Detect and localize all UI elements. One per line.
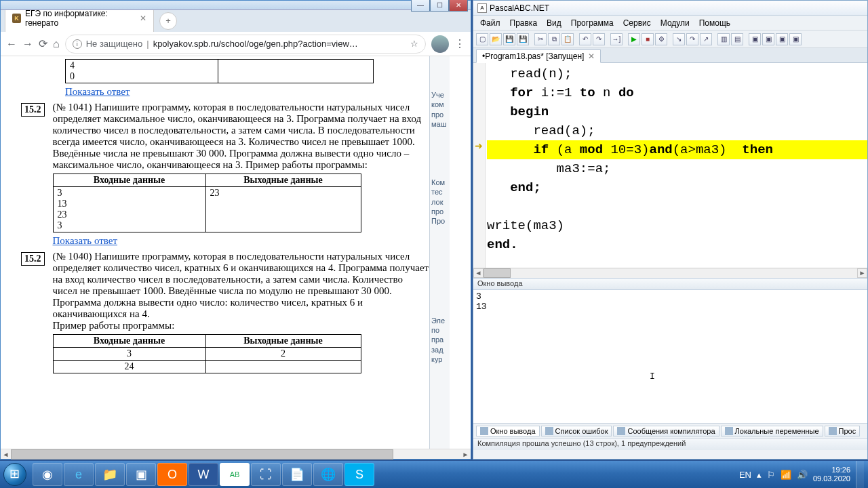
system-tray: EN ▴ ⚐ 📶 🔊 19:26 09.03.2020 bbox=[735, 461, 868, 488]
code-editor[interactable]: ➜ read(n); for i:=1 to n do begin read(a… bbox=[473, 63, 867, 268]
browser-viewport: 40 Показать ответ 15.2 (№ 1041) Напишите… bbox=[1, 56, 471, 449]
bookmark-star-icon[interactable]: ☆ bbox=[410, 39, 418, 49]
taskbar-item[interactable]: ▣ bbox=[126, 463, 156, 486]
tab-output[interactable]: Окно вывода bbox=[476, 426, 540, 436]
menu-modules[interactable]: Модули bbox=[656, 17, 694, 29]
minimize-button[interactable]: — bbox=[411, 0, 430, 12]
network-icon[interactable]: 📶 bbox=[781, 470, 791, 480]
lang-indicator[interactable]: EN bbox=[739, 470, 751, 480]
reload-button[interactable]: ⟳ bbox=[39, 37, 47, 50]
show-desktop-button[interactable] bbox=[856, 461, 864, 488]
top-partial-table: 40 bbox=[65, 59, 374, 83]
paste-icon[interactable]: 📋 bbox=[561, 33, 574, 45]
cut-icon[interactable]: ✂ bbox=[534, 33, 547, 45]
panel2-icon[interactable]: ▤ bbox=[731, 33, 743, 45]
back-button[interactable]: ← bbox=[6, 38, 17, 50]
compile-icon[interactable]: ⚙ bbox=[655, 33, 667, 45]
start-button[interactable] bbox=[0, 461, 30, 488]
forward-button[interactable]: → bbox=[22, 38, 33, 50]
step-over-icon[interactable]: ↷ bbox=[686, 33, 698, 45]
stop-icon[interactable]: ■ bbox=[642, 33, 654, 45]
maximize-button[interactable]: ☐ bbox=[430, 0, 449, 12]
tab-compiler[interactable]: Сообщения компилятора bbox=[613, 426, 719, 436]
close-button[interactable]: ✕ bbox=[449, 0, 468, 12]
clock[interactable]: 19:26 09.03.2020 bbox=[813, 466, 850, 483]
editor-tab[interactable]: •Program18.pas* [Запущен] ✕ bbox=[476, 49, 601, 63]
copy-icon[interactable]: ⧉ bbox=[548, 33, 560, 45]
step-into-icon[interactable]: ↘ bbox=[673, 33, 685, 45]
show-answer-link[interactable]: Показать ответ bbox=[53, 235, 117, 246]
menu-view[interactable]: Вид bbox=[542, 17, 566, 29]
save-all-icon[interactable]: 💾 bbox=[517, 33, 529, 45]
editor-tab-label: •Program18.pas* [Запущен] bbox=[482, 52, 584, 61]
open-file-icon[interactable]: 📂 bbox=[490, 33, 502, 45]
code-body[interactable]: read(n); for i:=1 to n do begin read(a);… bbox=[486, 63, 867, 268]
taskbar-item[interactable]: O bbox=[157, 463, 187, 486]
taskbar-item[interactable]: S bbox=[344, 463, 374, 486]
example-table: Входные данныеВыходные данные 3 13 23 32… bbox=[53, 174, 361, 232]
profile-avatar[interactable] bbox=[431, 35, 449, 53]
side-column-peek: Уче ком про маш Ком тес лок про Про Эле … bbox=[429, 56, 450, 449]
taskbar-item[interactable]: W bbox=[189, 463, 218, 486]
clock-time: 19:26 bbox=[813, 466, 850, 474]
taskbar-item[interactable]: ⛶ bbox=[251, 463, 281, 486]
task-ref: (№ 1041) bbox=[53, 102, 92, 113]
step-out-icon[interactable]: ↗ bbox=[700, 33, 712, 45]
run-icon[interactable]: ▶ bbox=[628, 33, 640, 45]
taskbar-item[interactable]: 🌐 bbox=[313, 463, 343, 486]
address-bar[interactable]: i Не защищено | kpolyakov.spb.ru/school/… bbox=[65, 35, 426, 54]
app-icon: A bbox=[477, 3, 487, 13]
task-number: 15.2 bbox=[21, 103, 45, 117]
site-info-icon[interactable]: i bbox=[73, 39, 82, 49]
tab-close-icon[interactable]: ✕ bbox=[588, 52, 595, 61]
menu-kebab-icon[interactable]: ⋮ bbox=[454, 37, 465, 50]
action-center-icon[interactable]: ⚐ bbox=[767, 470, 775, 480]
output-panel[interactable]: 3 13I bbox=[473, 290, 867, 423]
volume-icon[interactable]: 🔊 bbox=[797, 470, 808, 480]
taskbar-item[interactable]: ◉ bbox=[33, 463, 62, 486]
tray-chevron-icon[interactable]: ▴ bbox=[757, 470, 762, 480]
taskbar-item[interactable]: e bbox=[64, 463, 94, 486]
menu-file[interactable]: Файл bbox=[476, 17, 505, 29]
gutter: ➜ bbox=[473, 63, 486, 268]
menu-help[interactable]: Помощь bbox=[695, 17, 734, 29]
goto-icon[interactable]: →] bbox=[610, 33, 623, 45]
tab-watch[interactable]: Прос bbox=[825, 426, 861, 436]
panel1-icon[interactable]: ▥ bbox=[717, 33, 730, 45]
taskbar-item[interactable]: 📄 bbox=[282, 463, 312, 486]
bottom-panel-tabs: Окно вывода Список ошибок Сообщения комп… bbox=[473, 423, 867, 438]
window1-icon[interactable]: ▣ bbox=[749, 33, 761, 45]
window4-icon[interactable]: ▣ bbox=[789, 33, 802, 45]
window3-icon[interactable]: ▣ bbox=[776, 33, 788, 45]
exec-pointer-icon: ➜ bbox=[475, 140, 483, 151]
menu-service[interactable]: Сервис bbox=[619, 17, 655, 29]
redo-icon[interactable]: ↷ bbox=[593, 33, 605, 45]
tab-title: ЕГЭ по информатике: генерато bbox=[25, 9, 136, 28]
menu-program[interactable]: Программа bbox=[567, 17, 618, 29]
undo-icon[interactable]: ↶ bbox=[579, 33, 591, 45]
task-1041: 15.2 (№ 1041) Напишите программу, котора… bbox=[21, 102, 429, 247]
new-tab-button[interactable]: + bbox=[159, 12, 177, 30]
home-button[interactable]: ⌂ bbox=[53, 38, 60, 50]
example-table: Входные данныеВыходные данные 32 24 bbox=[53, 334, 361, 373]
taskbar-item[interactable]: AB bbox=[220, 463, 250, 486]
show-answer-link[interactable]: Показать ответ bbox=[65, 86, 130, 97]
pascal-ide-window: A PascalABC.NET Файл Правка Вид Программ… bbox=[473, 0, 868, 460]
ide-titlebar: A PascalABC.NET bbox=[473, 1, 867, 16]
menu-edit[interactable]: Правка bbox=[506, 17, 542, 29]
save-icon[interactable]: 💾 bbox=[503, 33, 515, 45]
locals-icon bbox=[725, 427, 733, 435]
new-file-icon[interactable]: ▢ bbox=[476, 33, 488, 45]
tab-errors[interactable]: Список ошибок bbox=[541, 426, 612, 436]
editor-hscrollbar[interactable]: ◄► bbox=[473, 268, 867, 278]
tab-close-icon[interactable]: ✕ bbox=[140, 14, 146, 23]
task-text: Напишите программу, которая в последоват… bbox=[53, 251, 429, 319]
task-number: 15.2 bbox=[21, 252, 45, 266]
browser-window: — ☐ ✕ K ЕГЭ по информатике: генерато ✕ +… bbox=[0, 0, 471, 460]
taskbar-item[interactable]: 📁 bbox=[95, 463, 125, 486]
window2-icon[interactable]: ▣ bbox=[762, 33, 774, 45]
tab-locals[interactable]: Локальные переменные bbox=[721, 426, 823, 436]
browser-hscrollbar[interactable]: ◄► bbox=[1, 449, 471, 459]
task-ref: (№ 1040) bbox=[53, 251, 92, 262]
ide-editor-tabs: •Program18.pas* [Запущен] ✕ bbox=[473, 48, 867, 63]
